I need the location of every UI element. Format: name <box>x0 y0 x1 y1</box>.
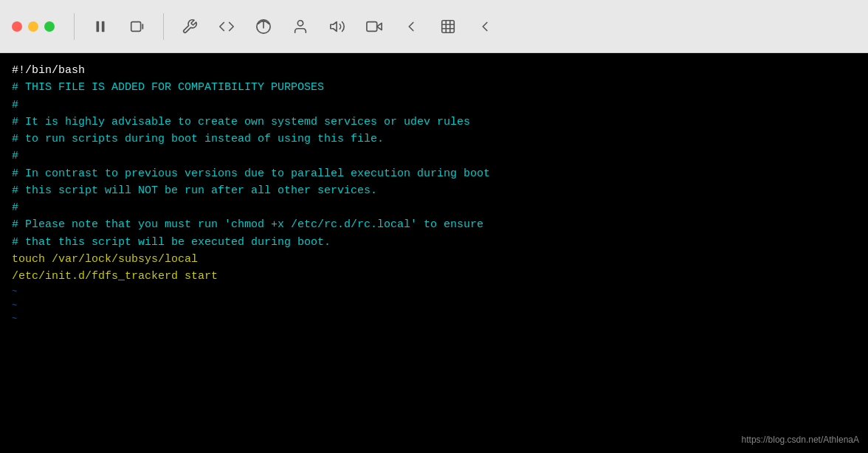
svg-rect-10 <box>442 20 455 32</box>
svg-rect-1 <box>102 21 105 32</box>
terminal-line: # It is highly advisable to create own s… <box>12 114 856 131</box>
svg-rect-9 <box>367 21 377 31</box>
close-button[interactable] <box>12 21 22 32</box>
disk-icon <box>255 18 272 35</box>
arrow-icon <box>403 18 419 35</box>
svg-marker-7 <box>331 21 337 31</box>
volume-button[interactable] <box>322 11 353 42</box>
terminal-line: ~ <box>12 299 856 313</box>
titlebar <box>0 0 868 53</box>
wrench-icon <box>182 18 198 35</box>
terminal-line: ~ <box>12 285 856 299</box>
disk-button[interactable] <box>248 11 279 42</box>
user-icon <box>292 18 309 35</box>
terminal-line: #!/bin/bash <box>12 62 856 79</box>
gear-icon <box>440 18 456 35</box>
terminal-line: # to run scripts during boot instead of … <box>12 131 856 148</box>
separator-1 <box>74 13 75 40</box>
settings-button[interactable] <box>433 11 464 42</box>
terminal-line: # In contrast to previous versions due t… <box>12 165 856 182</box>
terminal-line: # this script will NOT be run after all … <box>12 182 856 199</box>
terminal-line: # <box>12 148 856 165</box>
svg-rect-2 <box>131 21 141 31</box>
terminal-line: # <box>12 97 856 114</box>
maximize-button[interactable] <box>44 21 55 32</box>
terminal-line: # Please note that you must run 'chmod +… <box>12 216 856 233</box>
svg-rect-3 <box>142 24 143 29</box>
camera-button[interactable] <box>359 11 390 42</box>
pause-icon <box>92 18 108 35</box>
terminal-line: # <box>12 199 856 216</box>
arrow-button[interactable] <box>396 11 427 42</box>
terminal-line: /etc/init.d/fdfs_trackerd start <box>12 268 856 285</box>
svg-marker-8 <box>377 23 382 30</box>
pause-button[interactable] <box>85 11 116 42</box>
svg-rect-0 <box>97 21 100 32</box>
separator-2 <box>163 13 164 40</box>
terminal-line: # that this script will be executed duri… <box>12 234 856 251</box>
minimize-button[interactable] <box>28 21 38 32</box>
camera-icon <box>366 18 382 35</box>
record-button[interactable] <box>122 11 153 42</box>
svg-point-6 <box>297 20 303 25</box>
code-button[interactable] <box>211 11 242 42</box>
wrench-button[interactable] <box>174 11 205 42</box>
watermark: https://blog.csdn.net/AthlenaA <box>742 433 859 447</box>
user-button[interactable] <box>285 11 316 42</box>
volume-icon <box>329 18 345 35</box>
terminal-line: touch /var/lock/subsys/local <box>12 251 856 268</box>
terminal-line: ~ <box>12 312 856 326</box>
record-icon <box>129 18 145 35</box>
traffic-lights <box>12 21 55 32</box>
terminal-line: # THIS FILE IS ADDED FOR COMPATIBILITY P… <box>12 79 856 96</box>
terminal-content: #!/bin/bash# THIS FILE IS ADDED FOR COMP… <box>12 62 856 326</box>
code-icon <box>218 18 235 35</box>
back-button[interactable] <box>469 11 500 42</box>
terminal-area: #!/bin/bash# THIS FILE IS ADDED FOR COMP… <box>0 53 868 453</box>
chevron-left-icon <box>477 18 493 35</box>
